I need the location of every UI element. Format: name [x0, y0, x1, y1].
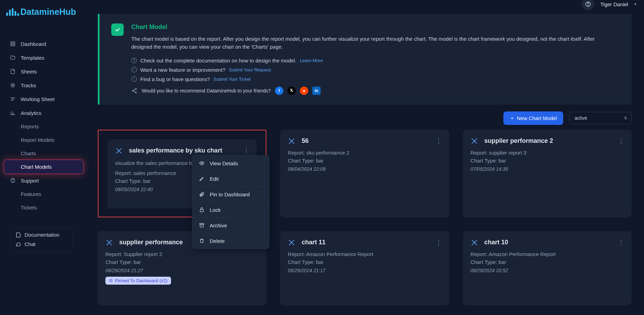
submit-request-link[interactable]: Submit Your Request [229, 67, 271, 72]
sidebar-chat[interactable]: Chat [16, 241, 67, 247]
card-menu-icon[interactable]: ⋮ [618, 137, 625, 145]
pin-icon [109, 278, 113, 283]
svg-point-7 [12, 85, 13, 86]
sidebar-item-reports[interactable]: Reports [4, 120, 83, 133]
sidebar-item-tracks[interactable]: Tracks [4, 78, 83, 92]
card-report: Report: Supplier report 2 [105, 251, 259, 257]
help-icon[interactable] [582, 0, 594, 10]
sidebar-item-report-models[interactable]: Report Models [4, 133, 83, 147]
svg-point-13 [201, 163, 202, 164]
share-icon [131, 88, 138, 94]
design-icon [105, 239, 113, 246]
sidebar-item-charts[interactable]: Charts [4, 147, 83, 160]
x-icon[interactable]: 𝕏 [287, 87, 296, 95]
sidebar-item-label: Working Sheet [21, 96, 55, 102]
chevron-updown-icon: ⇅ [624, 116, 627, 120]
menu-lock[interactable]: Lock [192, 202, 269, 218]
app-logo[interactable]: DatamineHub [0, 6, 87, 23]
sidebar-item-tickets[interactable]: Tickets [4, 201, 83, 214]
sidebar-item-label: Chart Models [21, 164, 51, 170]
svg-rect-14 [200, 209, 203, 212]
sidebar-item-label: Analytics [21, 110, 41, 116]
menu-delete[interactable]: Delete [192, 233, 269, 248]
design-icon [471, 137, 478, 145]
reddit-icon[interactable]: ● [300, 87, 308, 95]
button-label: New Chart Model [517, 115, 557, 121]
submit-ticket-link[interactable]: Submit Your Ticket [214, 77, 251, 82]
svg-point-6 [11, 83, 15, 87]
menu-view-details[interactable]: View Details [192, 156, 269, 171]
filter-select[interactable]: active ⇅ [569, 112, 632, 124]
card-title: supplier performance 2 [484, 137, 553, 145]
plus-icon: ＋ [510, 115, 515, 121]
grid-icon [10, 41, 16, 47]
card-menu-icon[interactable]: ⋮ [618, 239, 625, 246]
chart-model-card[interactable]: supplier performance 2 ⋮ Report: supplie… [463, 130, 632, 217]
select-value: active [575, 115, 587, 121]
design-icon [115, 147, 123, 155]
banner-line-text: Want a new feature or improvement? [140, 67, 225, 73]
menu-archive[interactable]: Archive [192, 218, 269, 233]
share-text: Would you like to recommend DatamineHub … [142, 88, 271, 93]
learn-more-link[interactable]: Learn More [300, 58, 323, 63]
design-icon [288, 137, 295, 145]
check-icon [111, 23, 124, 36]
sidebar-item-sheets[interactable]: Sheets [4, 65, 83, 78]
doc-icon [16, 232, 21, 238]
chart-model-card[interactable]: chart 10 ⋮ Report: Amazon Performance Re… [463, 231, 632, 305]
footer-label: Documentation [25, 232, 59, 238]
menu-label: Archive [210, 223, 227, 228]
facebook-icon[interactable]: f [275, 87, 283, 95]
sidebar-documentation[interactable]: Documentation [16, 232, 67, 238]
pencil-icon [199, 176, 205, 182]
chevron-down-icon[interactable]: ▾ [634, 2, 636, 7]
sidebar-item-working-sheet[interactable]: Working Sheet [4, 92, 83, 106]
card-title: 56 [302, 137, 309, 145]
card-type: Chart Type: bar [471, 158, 624, 164]
menu-label: View Details [210, 160, 238, 166]
card-title: sales performance by sku chart [129, 147, 222, 154]
sidebar-item-chart-models[interactable]: Chart Models [4, 160, 83, 174]
linkedin-icon[interactable]: in [312, 87, 321, 95]
trash-icon [199, 238, 205, 244]
card-context-menu: View Details Edit Pin to Dashboard Lock … [192, 155, 269, 249]
new-chart-model-button[interactable]: ＋ New Chart Model [503, 111, 563, 125]
svg-point-9 [12, 181, 13, 182]
card-title: chart 10 [484, 239, 508, 246]
sidebar-item-label: Sheets [21, 69, 37, 75]
menu-label: Lock [210, 207, 221, 213]
paperclip-icon [199, 191, 205, 197]
sidebar-item-analytics[interactable]: Analytics [4, 106, 83, 120]
sidebar-item-label: Reports [21, 124, 39, 129]
banner-line-text: Find a bug or have questions? [140, 76, 210, 82]
chart-model-card[interactable]: 56 ⋮ Report: sku performance 2 Chart Typ… [280, 130, 449, 217]
svg-point-10 [135, 88, 136, 89]
chat-icon [16, 242, 21, 247]
svg-point-11 [132, 90, 133, 91]
sidebar-item-label: Tracks [21, 82, 36, 88]
logo-icon [6, 8, 19, 16]
user-name[interactable]: Tiger Daniel [600, 1, 628, 7]
card-menu-icon[interactable]: ⋮ [436, 239, 442, 246]
card-menu-icon[interactable]: ⋮ [243, 147, 250, 155]
chart-model-card[interactable]: chart 11 ⋮ Report: Amazon Performance Re… [280, 231, 449, 305]
sidebar-item-label: Tickets [21, 205, 37, 210]
menu-pin[interactable]: Pin to Dashboard [192, 187, 269, 202]
sidebar-item-label: Features [21, 191, 41, 197]
svg-rect-15 [200, 224, 204, 225]
menu-edit[interactable]: Edit [192, 171, 269, 187]
banner-title: Chart Model [131, 23, 619, 31]
sidebar-item-features[interactable]: Features [4, 187, 83, 201]
sidebar-item-dashboard[interactable]: Dashboard [4, 37, 83, 51]
menu-label: Delete [210, 238, 225, 244]
card-type: Chart Type: bar [288, 158, 441, 164]
sidebar-item-templates[interactable]: Templates [4, 51, 83, 65]
svg-rect-5 [13, 44, 15, 46]
footer-label: Chat [25, 241, 36, 247]
svg-rect-3 [13, 42, 15, 43]
info-icon: ! [131, 76, 137, 82]
card-menu-icon[interactable]: ⋮ [436, 137, 442, 145]
sidebar-item-support[interactable]: Support [4, 174, 83, 187]
banner-line-text: Check out the complete documentation on … [140, 58, 296, 63]
card-title: chart 11 [302, 239, 325, 246]
